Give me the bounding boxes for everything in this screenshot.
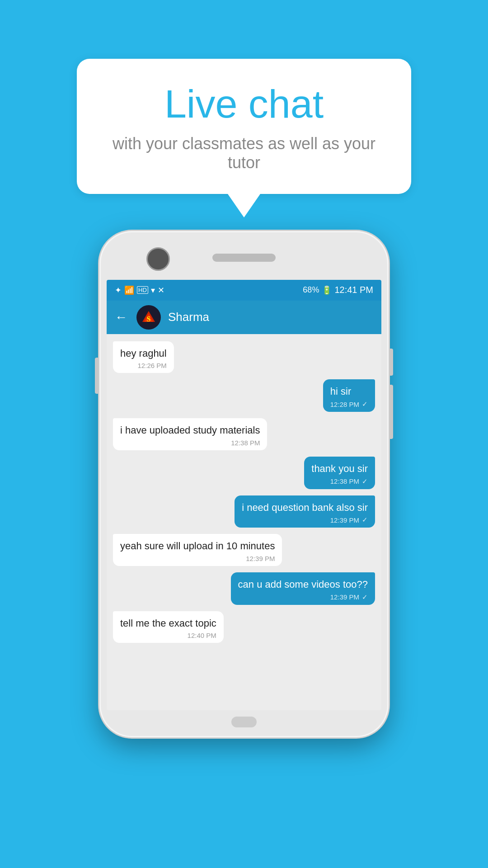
message-text: thank you sir — [311, 462, 368, 476]
status-bar: ✦ 📶 HD ▾ ✕ 68% 🔋 12:41 PM — [107, 280, 381, 301]
message-time: 12:39 PM — [246, 555, 275, 562]
power-button — [389, 349, 393, 376]
message-row: i need question bank also sir 12:39 PM ✓ — [113, 495, 375, 528]
hd-icon: HD — [137, 286, 148, 294]
message-row: can u add some videos too?? 12:39 PM ✓ — [113, 572, 375, 605]
bubble-tail — [228, 194, 260, 217]
status-icons-right: 68% 🔋 12:41 PM — [303, 285, 373, 295]
message-time: 12:26 PM — [138, 362, 167, 369]
volume-button — [95, 358, 99, 394]
read-check-icon: ✓ — [362, 477, 368, 486]
chat-header: ← S Sharma — [107, 301, 381, 334]
status-icons-left: ✦ 📶 HD ▾ ✕ — [115, 285, 164, 295]
message-row: thank you sir 12:38 PM ✓ — [113, 457, 375, 489]
message-row: tell me the exact topic 12:40 PM — [113, 611, 375, 643]
wifi-icon: ▾ — [151, 285, 155, 295]
message-bubble-received: hey raghul 12:26 PM — [113, 341, 174, 373]
message-bubble-received: tell me the exact topic 12:40 PM — [113, 611, 224, 643]
battery-percent: 68% — [303, 285, 319, 295]
read-check-icon: ✓ — [362, 516, 368, 524]
volume-down-button — [389, 385, 393, 439]
message-time: 12:38 PM — [330, 477, 359, 485]
home-button[interactable] — [231, 717, 257, 727]
front-camera — [146, 247, 170, 271]
speech-bubble: Live chat with your classmates as well a… — [77, 59, 411, 194]
message-time: 12:28 PM — [330, 401, 359, 408]
message-meta: 12:26 PM — [120, 362, 167, 369]
earpiece-speaker — [212, 254, 276, 262]
message-row: hey raghul 12:26 PM — [113, 341, 375, 373]
message-text: can u add some videos too?? — [238, 578, 368, 591]
message-bubble-received: yeah sure will upload in 10 minutes 12:3… — [113, 534, 282, 566]
message-bubble-sent: thank you sir 12:38 PM ✓ — [304, 457, 375, 489]
message-time: 12:38 PM — [231, 439, 260, 447]
back-button[interactable]: ← — [115, 310, 127, 325]
network-icon: ✕ — [158, 285, 164, 295]
svg-text:S: S — [147, 315, 151, 323]
bubble-title: Live chat — [108, 82, 380, 126]
message-text: hey raghul — [120, 347, 167, 360]
phone-screen: ✦ 📶 HD ▾ ✕ 68% 🔋 12:41 PM ← — [107, 280, 381, 710]
phone-body: ✦ 📶 HD ▾ ✕ 68% 🔋 12:41 PM ← — [99, 231, 389, 737]
status-time: 12:41 PM — [334, 285, 373, 295]
bluetooth-icon: ✦ — [115, 285, 122, 295]
chat-message-area[interactable]: hey raghul 12:26 PM hi sir 12:28 PM ✓ — [107, 334, 381, 710]
message-bubble-sent: can u add some videos too?? 12:39 PM ✓ — [231, 572, 375, 605]
contact-name: Sharma — [168, 310, 209, 324]
message-row: i have uploaded study materials 12:38 PM — [113, 418, 375, 450]
message-meta: 12:40 PM — [120, 632, 216, 639]
bubble-subtitle: with your classmates as well as your tut… — [108, 134, 380, 172]
battery-icon: 🔋 — [322, 285, 332, 295]
message-meta: 12:38 PM — [120, 439, 260, 447]
message-meta: 12:39 PM ✓ — [238, 593, 368, 601]
message-meta: 12:39 PM ✓ — [242, 516, 368, 524]
contact-avatar: S — [136, 305, 161, 330]
message-meta: 12:28 PM ✓ — [330, 400, 368, 408]
message-bubble-received: i have uploaded study materials 12:38 PM — [113, 418, 267, 450]
message-meta: 12:39 PM — [120, 555, 275, 562]
message-text: tell me the exact topic — [120, 617, 216, 630]
message-bubble-sent: hi sir 12:28 PM ✓ — [323, 379, 375, 412]
message-time: 12:39 PM — [330, 593, 359, 601]
read-check-icon: ✓ — [362, 400, 368, 408]
phone-mockup: ✦ 📶 HD ▾ ✕ 68% 🔋 12:41 PM ← — [99, 231, 389, 737]
message-time: 12:40 PM — [188, 632, 216, 639]
message-text: i have uploaded study materials — [120, 424, 260, 437]
message-row: yeah sure will upload in 10 minutes 12:3… — [113, 534, 375, 566]
message-bubble-sent: i need question bank also sir 12:39 PM ✓ — [235, 495, 375, 528]
message-text: i need question bank also sir — [242, 501, 368, 514]
promo-bubble: Live chat with your classmates as well a… — [77, 59, 411, 217]
read-check-icon: ✓ — [362, 593, 368, 601]
message-time: 12:39 PM — [330, 516, 359, 524]
message-row: hi sir 12:28 PM ✓ — [113, 379, 375, 412]
message-meta: 12:38 PM ✓ — [311, 477, 368, 486]
signal-icon: 📶 — [124, 285, 134, 295]
superman-icon: S — [140, 308, 158, 326]
message-text: yeah sure will upload in 10 minutes — [120, 539, 275, 553]
message-text: hi sir — [330, 385, 368, 398]
